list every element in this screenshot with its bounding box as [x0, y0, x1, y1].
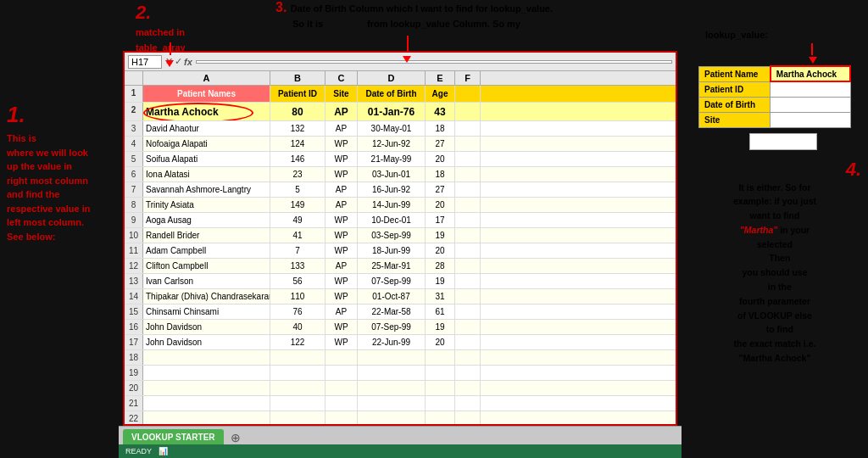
cell-dob[interactable]: 16-Jun-92: [358, 182, 426, 197]
cell-site[interactable]: WP: [326, 289, 358, 304]
cell-name[interactable]: [143, 366, 270, 380]
cell-age[interactable]: 31: [426, 289, 455, 304]
cell-site[interactable]: AP: [326, 198, 358, 212]
cell-age[interactable]: 27: [426, 137, 455, 151]
cell-site[interactable]: AP: [326, 121, 358, 136]
cell-id[interactable]: 122: [270, 335, 326, 349]
cell-site[interactable]: [326, 381, 358, 395]
cell-id[interactable]: 7: [270, 243, 326, 258]
cell-name[interactable]: John Davidson: [143, 320, 270, 334]
cell-site[interactable]: AP: [326, 182, 358, 197]
cell-age[interactable]: [426, 366, 455, 380]
cell-name[interactable]: Adam Campbell: [143, 243, 270, 258]
cell-name[interactable]: Iona Alatasi: [143, 167, 270, 182]
cell-id[interactable]: 76: [270, 304, 326, 319]
cell-name[interactable]: Nofoaiga Alapati: [143, 137, 270, 151]
cell-dob[interactable]: 22-Jun-99: [358, 335, 426, 349]
formula-input[interactable]: [196, 60, 672, 64]
cell-age[interactable]: 19: [426, 228, 455, 243]
cell-age[interactable]: 18: [426, 167, 455, 182]
cell-id[interactable]: 110: [270, 289, 326, 304]
cell-id[interactable]: 124: [270, 137, 326, 151]
cell-id[interactable]: 132: [270, 121, 326, 136]
cell-name[interactable]: [143, 350, 270, 365]
cell-id[interactable]: [270, 366, 326, 380]
cell-site[interactable]: AP: [326, 304, 358, 319]
cell-reference[interactable]: H17: [128, 55, 162, 69]
cell-dob[interactable]: 03-Sep-99: [358, 228, 426, 243]
cell-dob[interactable]: [358, 350, 426, 365]
cell-site[interactable]: [326, 366, 358, 380]
cell-dob[interactable]: 07-Sep-99: [358, 320, 426, 334]
cell-id[interactable]: 40: [270, 320, 326, 334]
cell-id[interactable]: [270, 381, 326, 395]
cell-site[interactable]: [326, 396, 358, 411]
cell-site[interactable]: WP: [326, 243, 358, 258]
cell-site[interactable]: WP: [326, 152, 358, 166]
cell-dob[interactable]: 21-May-99: [358, 152, 426, 166]
cell-dob[interactable]: 18-Jun-99: [358, 243, 426, 258]
cell-dob[interactable]: [358, 366, 426, 380]
cell-name[interactable]: Trinity Asiata: [143, 198, 270, 212]
cell-site[interactable]: [326, 350, 358, 365]
cell-site[interactable]: AP: [326, 103, 358, 120]
cell-name[interactable]: [143, 396, 270, 411]
cell-name[interactable]: [143, 411, 270, 426]
cell-age[interactable]: 43: [426, 103, 455, 120]
cell-age[interactable]: 20: [426, 198, 455, 212]
cell-dob[interactable]: 03-Jun-01: [358, 167, 426, 182]
cell-name[interactable]: Chinsami Chinsami: [143, 304, 270, 319]
cell-id[interactable]: 133: [270, 259, 326, 273]
cell-site[interactable]: WP: [326, 167, 358, 182]
cell-age[interactable]: [426, 411, 455, 426]
formula-fx-icon[interactable]: fx: [184, 57, 192, 67]
cell-name[interactable]: [143, 381, 270, 395]
cell-name[interactable]: Martha Achock: [143, 103, 270, 120]
cell-id[interactable]: [270, 396, 326, 411]
cell-age[interactable]: 20: [426, 152, 455, 166]
cell-age[interactable]: [426, 396, 455, 411]
cell-site[interactable]: WP: [326, 213, 358, 227]
cell-dob[interactable]: 14-Jun-99: [358, 198, 426, 212]
cell-site[interactable]: WP: [326, 228, 358, 243]
cell-id[interactable]: 23: [270, 167, 326, 182]
cell-site[interactable]: WP: [326, 320, 358, 334]
cell-dob[interactable]: [358, 396, 426, 411]
cell-dob[interactable]: 22-Mar-58: [358, 304, 426, 319]
cell-dob[interactable]: 01-Oct-87: [358, 289, 426, 304]
cell-dob[interactable]: 01-Jan-76: [358, 103, 426, 120]
cell-name[interactable]: Clifton Campbell: [143, 259, 270, 273]
cell-name[interactable]: Soifua Alapati: [143, 152, 270, 166]
cell-id[interactable]: 41: [270, 228, 326, 243]
cell-site[interactable]: AP: [326, 259, 358, 273]
cell-age[interactable]: 18: [426, 121, 455, 136]
cell-age[interactable]: 28: [426, 259, 455, 273]
cell-age[interactable]: 61: [426, 304, 455, 319]
cell-dob[interactable]: 30-May-01: [358, 121, 426, 136]
cell-age[interactable]: 27: [426, 182, 455, 197]
cell-id[interactable]: [270, 350, 326, 365]
cell-name[interactable]: Savannah Ashmore-Langtry: [143, 182, 270, 197]
cell-id[interactable]: 149: [270, 198, 326, 212]
cell-name[interactable]: Randell Brider: [143, 228, 270, 243]
formula-check-icon[interactable]: ✓: [175, 56, 182, 67]
cell-id[interactable]: 49: [270, 213, 326, 227]
add-sheet-button[interactable]: ⊕: [226, 431, 245, 444]
cell-id[interactable]: 56: [270, 274, 326, 288]
cell-age[interactable]: 19: [426, 274, 455, 288]
cell-age[interactable]: 19: [426, 320, 455, 334]
cell-site[interactable]: [326, 411, 358, 426]
cell-dob[interactable]: 25-Mar-91: [358, 259, 426, 273]
cell-name[interactable]: Ivan Carlson: [143, 274, 270, 288]
cell-id[interactable]: 80: [270, 103, 326, 120]
sheet-tab-vlookup[interactable]: VLOOKUP STARTER: [123, 429, 224, 444]
cell-name[interactable]: Aoga Ausag: [143, 213, 270, 227]
cell-site[interactable]: WP: [326, 335, 358, 349]
cell-dob[interactable]: 12-Jun-92: [358, 137, 426, 151]
cell-age[interactable]: 20: [426, 243, 455, 258]
cell-site[interactable]: WP: [326, 137, 358, 151]
cell-dob[interactable]: [358, 381, 426, 395]
cell-site[interactable]: WP: [326, 274, 358, 288]
cell-id[interactable]: 5: [270, 182, 326, 197]
cell-id[interactable]: [270, 411, 326, 426]
